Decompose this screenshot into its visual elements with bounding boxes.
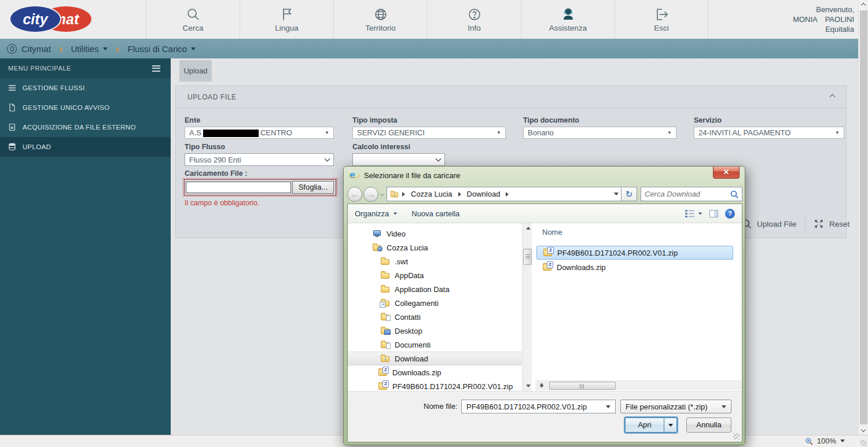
folder-icon [390, 190, 399, 198]
breadcrumb-flussi-di-carico[interactable]: Flussi di Carico [128, 44, 196, 54]
scroll-up-icon[interactable] [526, 227, 531, 230]
address-history-icon[interactable] [614, 193, 619, 195]
filename-combo[interactable]: PF49B601.D171024.PR002.V01.zip [461, 400, 616, 413]
crumb-separator-icon [506, 192, 509, 197]
citymat-logo: mat city [10, 6, 91, 32]
zip-file-icon [378, 368, 388, 377]
button-divider [805, 215, 806, 233]
nuova-cartella-button[interactable]: Nuova cartella [404, 204, 466, 223]
calcolo-interessi-select[interactable] [352, 153, 445, 166]
tree-item-video[interactable]: Video [348, 227, 522, 241]
tree-item-swt[interactable]: .swt [348, 254, 522, 268]
open-dropdown-arrow[interactable] [664, 418, 677, 433]
sidebar-item-upload[interactable]: UPLOAD [0, 137, 171, 157]
breadcrumb-utilities[interactable]: Utilities [71, 44, 108, 54]
help-icon[interactable]: ? [725, 209, 735, 219]
address-crumb-cozza-lucia[interactable]: Cozza Lucia [407, 187, 456, 201]
nav-lingua[interactable]: Lingua [240, 0, 333, 39]
crumb-separator-icon [458, 192, 461, 197]
scroll-down-icon[interactable] [861, 427, 866, 432]
tab-upload[interactable]: Upload [179, 60, 212, 82]
refresh-button[interactable]: ↻ [621, 187, 637, 201]
column-header-nome[interactable]: Nome [542, 228, 562, 237]
forward-button[interactable]: → [363, 187, 378, 202]
search-input[interactable] [641, 190, 730, 198]
nav-esci[interactable]: Esci [615, 0, 708, 39]
scroll-down-icon[interactable] [526, 385, 531, 387]
breadcrumb-home[interactable]: Citymat [21, 44, 51, 54]
file-path-input[interactable] [186, 182, 291, 193]
page-scrollbar[interactable] [858, 0, 868, 435]
nav-cerca[interactable]: Cerca [146, 0, 240, 39]
open-button[interactable]: Apri [625, 418, 664, 433]
nav-label: Cerca [182, 24, 203, 32]
menu-toggle-icon[interactable] [152, 65, 160, 72]
collapse-icon[interactable] [830, 94, 836, 100]
filetype-select[interactable]: File personalizzati (*.zip) [620, 400, 731, 413]
address-crumb-download[interactable]: Download [464, 187, 504, 201]
tipo-imposta-select[interactable]: SERVIZI GENERICI ▼ [352, 127, 506, 139]
recent-pages-icon[interactable] [380, 192, 384, 196]
zoom-control[interactable]: 100% [805, 437, 845, 445]
nav-assistenza[interactable]: Assistenza [521, 0, 615, 39]
nav-info[interactable]: Info [427, 0, 521, 39]
headset-icon [561, 7, 576, 22]
browse-button[interactable]: Sfoglia... [292, 181, 334, 194]
tree-item-pf49b601-zip[interactable]: PF49B601.D171024.PR002.V01.zip [348, 379, 522, 391]
panel-title: UPLOAD FILE [187, 93, 237, 101]
sidebar-title: MENU PRINCIPALE [8, 65, 71, 72]
scroll-up-icon[interactable] [861, 3, 866, 8]
sidebar-item-gestione-unico-avviso[interactable]: GESTIONE UNICO AVVISO [0, 98, 171, 117]
tree-item-desktop[interactable]: Desktop [348, 324, 522, 338]
ente-select[interactable]: A.SCENTRO ▼ [185, 127, 334, 139]
tree-item-appdata[interactable]: AppData [348, 268, 522, 282]
file-list-hscrollbar[interactable] [535, 380, 741, 390]
ente-value: A.SCENTRO [189, 128, 292, 137]
sidebar-item-gestione-flussi[interactable]: GESTIONE FLUSSI [0, 78, 171, 98]
panel-header: UPLOAD FILE [176, 86, 846, 108]
back-arrow-icon: ← [351, 190, 359, 199]
globe-icon [373, 7, 388, 22]
tree-item-collegamenti[interactable]: Collegamenti [348, 296, 522, 310]
tree-item-documenti[interactable]: Documenti [348, 338, 522, 352]
app-header: mat city Cerca Lingua Territorio Info [0, 0, 868, 39]
tree-scrollbar-thumb[interactable] [523, 249, 532, 265]
sidebar-item-label: ACQUISIZIONE DA FILE ESTERNO [23, 124, 136, 131]
cancel-button[interactable]: Annulla [686, 418, 731, 433]
search-box[interactable] [641, 187, 742, 201]
file-open-dialog: e Selezionare il file da caricare ✕ ← → … [343, 166, 745, 445]
chevron-down-icon [103, 47, 108, 50]
sidebar-item-label: GESTIONE UNICO AVVISO [23, 104, 110, 111]
back-button[interactable]: ← [347, 187, 362, 202]
servizio-select[interactable]: 24-INVITI AL PAGAMENTO ▼ [694, 127, 844, 139]
views-icon [685, 210, 694, 217]
upload-file-button[interactable]: Upload File [741, 219, 796, 229]
views-button[interactable] [685, 210, 703, 217]
sidebar-item-acquisizione-da-file-esterno[interactable]: ACQUISIZIONE DA FILE ESTERNO [0, 117, 171, 137]
organizza-button[interactable]: Organizza [348, 204, 404, 223]
scrollbar-thumb[interactable] [860, 10, 867, 424]
preview-pane-icon[interactable] [709, 210, 718, 217]
tree-item-cozza-lucia[interactable]: Cozza Lucia [348, 241, 522, 254]
hscrollbar-thumb[interactable] [549, 382, 616, 390]
tipo-flusso-select[interactable]: Flusso 290 Enti [185, 153, 334, 166]
scroll-right-icon[interactable] [539, 383, 542, 388]
file-row-pf49b601[interactable]: PF49B601.D171024.PR002.V01.zip [536, 246, 733, 260]
tree-item-downloads-zip[interactable]: Downloads.zip [348, 365, 522, 379]
address-bar[interactable]: Cozza Lucia Download [387, 187, 621, 201]
reset-icon [814, 219, 824, 229]
folder-icon [380, 271, 391, 280]
tree-item-contatti[interactable]: Contatti [348, 310, 522, 324]
nav-territorio[interactable]: Territorio [333, 0, 427, 39]
tree-item-download[interactable]: Download [348, 352, 522, 365]
dialog-toolbar: Organizza Nuova cartella ? [348, 204, 742, 223]
dialog-close-button[interactable]: ✕ [713, 167, 740, 179]
dialog-footer: Nome file: PF49B601.D171024.PR002.V01.zi… [348, 391, 742, 442]
nav-label: Esci [654, 24, 669, 32]
tree-item-application-data[interactable]: Application Data [348, 282, 522, 296]
file-row-downloads-zip[interactable]: Downloads.zip [536, 260, 733, 274]
tipo-documento-select[interactable]: Bonario ▼ [523, 127, 676, 139]
dialog-resize-grip[interactable] [733, 433, 740, 439]
tree-scrollbar[interactable] [522, 223, 532, 391]
reset-button[interactable]: Reset [814, 219, 849, 229]
